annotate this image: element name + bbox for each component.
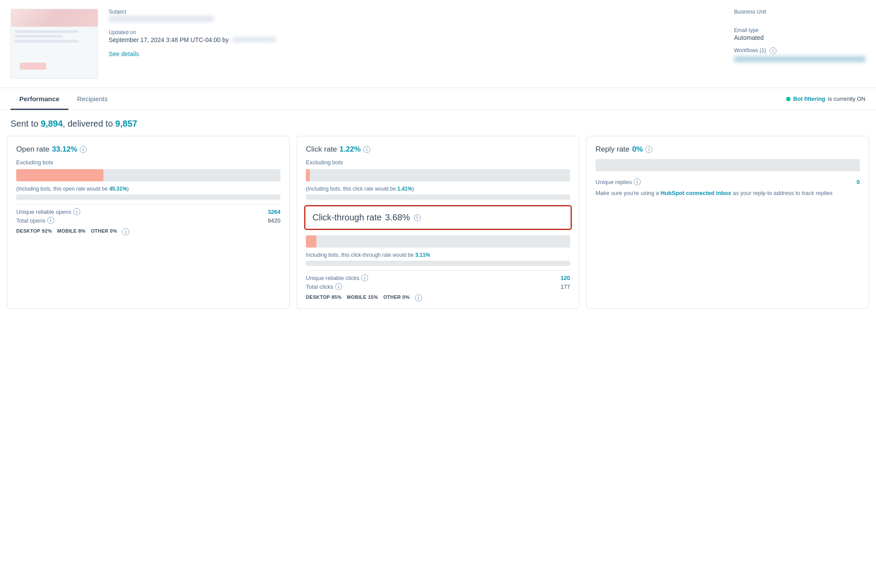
updated-value: September 17, 2024 3:48 PM UTC-04:00 by (109, 36, 229, 43)
click-incl-bots-note: (Including bots, this click rate would b… (306, 186, 570, 192)
workflows-label: Workflows (1) (734, 47, 766, 53)
bot-filtering-label: Bot filtering (793, 96, 825, 102)
sent-label: Sent to (11, 119, 38, 128)
open-other-label: OTHER 0% (91, 228, 117, 235)
incl-bots-bar-track (16, 195, 280, 200)
open-device-row: DESKTOP 92% MOBILE 8% OTHER 0% i (16, 228, 280, 235)
reply-rate-info-icon[interactable]: i (645, 146, 653, 153)
click-rate-bar-track (306, 169, 570, 181)
total-clicks-info-icon[interactable]: i (335, 283, 342, 290)
ctr-label: Click-through rate (312, 213, 382, 223)
unique-opens-label: Unique reliable opens (16, 209, 71, 215)
hubspot-inbox-link[interactable]: HubSpot connected inbox (660, 190, 731, 196)
reply-rate-value: 0% (632, 145, 643, 154)
click-mobile-label: MOBILE 15% (347, 294, 378, 301)
inbox-note-post: as your reply-to address to track replie… (733, 190, 833, 196)
unique-replies-row: Unique replies i 0 (596, 178, 860, 185)
sent-summary: Sent to 9,894, delivered to 9,857 (0, 110, 876, 136)
delivered-label: delivered to (67, 119, 113, 128)
click-incl-bots-bar-track (306, 195, 570, 200)
total-opens-info-icon[interactable]: i (47, 217, 54, 224)
unique-opens-row: Unique reliable opens i 3264 (16, 208, 280, 215)
reply-rate-title: Reply rate 0% i (596, 145, 860, 154)
ctr-incl-bar-fill (306, 261, 314, 266)
open-rate-card: Open rate 33.12% i Excluding bots (Inclu… (7, 136, 290, 309)
ctr-incl-text: Including bots, this click-through rate … (306, 252, 414, 258)
unique-replies-value: 0 (857, 179, 860, 185)
ctr-incl-rate: 3.11% (415, 252, 430, 258)
unique-replies-info-icon[interactable]: i (634, 178, 641, 185)
open-excl-bots-label: Excluding bots (16, 159, 280, 166)
bot-filter-badge: Bot filtering is currently ON (786, 96, 865, 102)
unique-replies-label: Unique replies (596, 179, 632, 185)
ctr-incl-bots-note: Including bots, this click-through rate … (306, 252, 570, 258)
open-mobile-label: MOBILE 8% (57, 228, 86, 235)
open-rate-title: Open rate 33.12% i (16, 145, 280, 154)
tab-performance[interactable]: Performance (11, 88, 68, 110)
see-details-link[interactable]: See details (109, 50, 139, 57)
click-excl-bots-label: Excluding bots (306, 159, 570, 166)
total-opens-label: Total opens (16, 217, 46, 224)
workflows-info-icon[interactable]: i (770, 47, 777, 54)
device-info-icon[interactable]: i (122, 228, 129, 235)
click-incl-bots-rate: 1.41% (397, 186, 412, 192)
ctr-bar-track (306, 235, 570, 248)
reply-rate-bar-track (596, 159, 860, 171)
unique-opens-info-icon[interactable]: i (73, 208, 80, 215)
unique-clicks-label: Unique reliable clicks (306, 275, 359, 281)
divider-2 (306, 270, 570, 271)
click-incl-bots-bar-fill (306, 195, 311, 200)
subject-label: Subject (109, 9, 723, 15)
click-device-info-icon[interactable]: i (415, 294, 422, 301)
total-clicks-value: 177 (560, 283, 570, 290)
reply-inbox-note: Make sure you're using a HubSpot connect… (596, 189, 860, 198)
ctr-info-icon[interactable]: i (414, 214, 421, 221)
total-opens-row: Total opens i 8420 (16, 217, 280, 224)
delivered-count: 9,857 (115, 119, 137, 128)
click-rate-value: 1.22% (340, 145, 361, 154)
bot-dot-icon (786, 97, 791, 101)
updated-by-blurred (232, 37, 276, 42)
tabs-bar: Performance Recipients Bot filtering is … (0, 88, 876, 110)
business-unit-label: Business Unit (734, 9, 865, 15)
subject-value-blurred (109, 16, 214, 22)
unique-clicks-row: Unique reliable clicks i 120 (306, 274, 570, 281)
unique-clicks-info-icon[interactable]: i (361, 274, 368, 281)
ctr-highlight-box: Click-through rate 3.68% i (304, 205, 572, 230)
click-rate-card: Click rate 1.22% i Excluding bots (Inclu… (297, 136, 579, 309)
total-clicks-row: Total clicks i 177 (306, 283, 570, 290)
open-rate-info-icon[interactable]: i (80, 146, 87, 153)
open-desktop-label: DESKTOP 92% (16, 228, 52, 235)
click-rate-info-icon[interactable]: i (363, 146, 370, 153)
ctr-title: Click-through rate 3.68% i (312, 213, 564, 223)
incl-bots-rate: 45.31% (109, 186, 127, 192)
unique-clicks-value: 120 (560, 275, 570, 281)
sent-count: 9,894 (41, 119, 63, 128)
click-desktop-label: DESKTOP 85% (306, 294, 342, 301)
tab-recipients[interactable]: Recipients (68, 88, 117, 110)
incl-bots-text: (Including bots, this open rate would be (16, 186, 108, 192)
ctr-rate-value: 3.68% (385, 213, 410, 223)
reply-rate-card: Reply rate 0% i Unique replies i 0 Make … (586, 136, 869, 309)
email-meta: Subject Updated on September 17, 2024 3:… (109, 9, 723, 79)
open-rate-bar-fill (16, 169, 103, 181)
unique-opens-value: 3264 (268, 209, 280, 215)
workflow-value-blurred (734, 56, 865, 62)
open-rate-value: 33.12% (52, 145, 78, 154)
click-rate-label: Click rate (306, 145, 337, 154)
click-device-row: DESKTOP 85% MOBILE 15% OTHER 0% i (306, 294, 570, 301)
ctr-bar-fill (306, 235, 316, 248)
email-type-value: Automated (734, 34, 865, 41)
click-rate-title: Click rate 1.22% i (306, 145, 570, 154)
metrics-cards: Open rate 33.12% i Excluding bots (Inclu… (0, 136, 876, 319)
email-thumbnail (11, 9, 98, 79)
bot-filter-suffix: is currently ON (828, 96, 865, 102)
click-rate-bar-fill (306, 169, 310, 181)
open-rate-label: Open rate (16, 145, 50, 154)
email-type-label: Email type (734, 27, 865, 33)
total-opens-value: 8420 (268, 217, 280, 224)
total-clicks-label: Total clicks (306, 283, 333, 290)
updated-label: Updated on (109, 29, 723, 35)
open-incl-bots-note: (Including bots, this open rate would be… (16, 186, 280, 192)
reply-rate-label: Reply rate (596, 145, 629, 154)
